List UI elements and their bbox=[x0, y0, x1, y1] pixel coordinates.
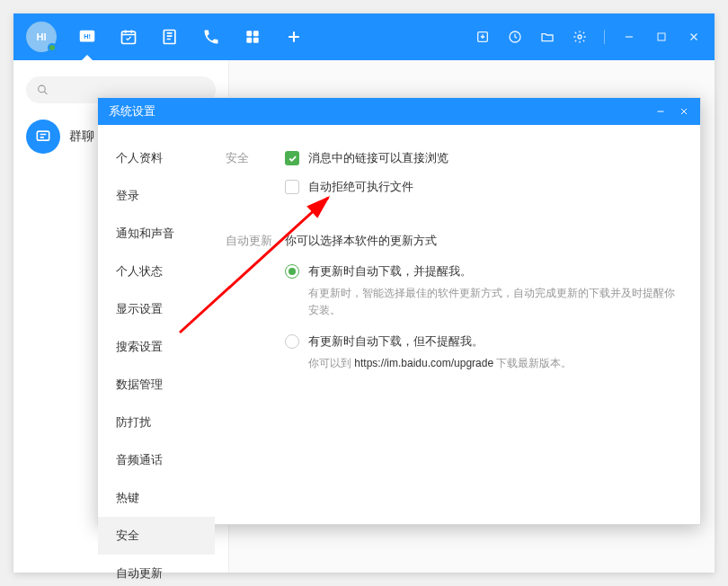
close-button[interactable] bbox=[686, 29, 702, 45]
dialog-title: 系统设置 bbox=[109, 103, 155, 120]
settings-nav-item[interactable]: 安全 bbox=[98, 517, 215, 555]
svg-rect-13 bbox=[37, 131, 49, 140]
svg-rect-11 bbox=[658, 33, 665, 40]
radio-desc: 你可以到 https://im.baidu.com/upgrade 下载最新版本… bbox=[308, 355, 675, 372]
settings-nav-item[interactable]: 登录 bbox=[98, 177, 215, 215]
settings-nav: 个人资料登录通知和声音个人状态显示设置搜索设置数据管理防打扰音频通话热键安全自动… bbox=[98, 125, 215, 524]
dialog-minimize-button[interactable] bbox=[655, 106, 666, 117]
check-row-browse-links: 消息中的链接可以直接浏览 bbox=[285, 150, 675, 166]
settings-content: 安全 消息中的链接可以直接浏览 自动拒绝可执行文件 自动更新 bbox=[215, 125, 700, 524]
settings-nav-item[interactable]: 热键 bbox=[98, 479, 215, 517]
check-row-reject-exe: 自动拒绝可执行文件 bbox=[285, 179, 675, 195]
radio-auto-remind[interactable] bbox=[285, 264, 299, 279]
autoupdate-section: 自动更新 你可以选择本软件的更新方式 有更新时自动下载，并提醒我。 有更新时，智… bbox=[226, 233, 675, 387]
titlebar: HI H! bbox=[13, 13, 715, 60]
svg-rect-7 bbox=[253, 38, 259, 43]
search-icon bbox=[37, 84, 49, 96]
check-label: 自动拒绝可执行文件 bbox=[308, 179, 413, 195]
settings-nav-item[interactable]: 通知和声音 bbox=[98, 215, 215, 253]
settings-nav-item[interactable]: 防打扰 bbox=[98, 404, 215, 441]
autoupdate-intro: 你可以选择本软件的更新方式 bbox=[285, 233, 675, 249]
nav-apps-icon[interactable] bbox=[242, 26, 263, 48]
minimize-button[interactable] bbox=[621, 29, 637, 45]
svg-rect-2 bbox=[122, 31, 136, 43]
download-icon[interactable] bbox=[475, 29, 491, 45]
settings-nav-item[interactable]: 音频通话 bbox=[98, 441, 215, 479]
radio-no-remind[interactable] bbox=[285, 334, 299, 349]
svg-point-12 bbox=[39, 85, 46, 93]
status-online-indicator bbox=[48, 43, 57, 52]
upgrade-link[interactable]: https://im.baidu.com/upgrade bbox=[354, 357, 493, 369]
settings-nav-item[interactable]: 个人资料 bbox=[98, 139, 215, 177]
titlebar-right bbox=[475, 29, 702, 45]
settings-nav-item[interactable]: 数据管理 bbox=[98, 366, 215, 404]
maximize-button[interactable] bbox=[653, 29, 670, 45]
divider bbox=[604, 30, 605, 44]
group-chat-icon bbox=[26, 120, 60, 154]
nav-contacts-icon[interactable] bbox=[159, 26, 181, 48]
radio-row-remind: 有更新时自动下载，并提醒我。 bbox=[285, 263, 675, 280]
checkbox-reject-exe[interactable] bbox=[285, 180, 299, 194]
checkbox-browse-links[interactable] bbox=[285, 151, 299, 165]
titlebar-left: HI H! bbox=[26, 22, 305, 52]
check-label: 消息中的链接可以直接浏览 bbox=[308, 150, 448, 166]
svg-text:H!: H! bbox=[84, 32, 91, 40]
settings-nav-item[interactable]: 个人状态 bbox=[98, 253, 215, 290]
radio-row-noremind: 有更新时自动下载，但不提醒我。 bbox=[285, 333, 675, 350]
settings-nav-item[interactable]: 搜索设置 bbox=[98, 328, 215, 366]
radio-label: 有更新时自动下载，并提醒我。 bbox=[308, 263, 472, 280]
svg-rect-6 bbox=[246, 38, 252, 43]
nav-add-icon[interactable] bbox=[283, 26, 305, 48]
svg-rect-4 bbox=[246, 31, 252, 36]
folder-icon[interactable] bbox=[539, 29, 555, 45]
radio-label: 有更新时自动下载，但不提醒我。 bbox=[308, 333, 484, 350]
settings-nav-item[interactable]: 自动更新 bbox=[98, 555, 215, 586]
settings-dialog: 系统设置 个人资料登录通知和声音个人状态显示设置搜索设置数据管理防打扰音频通话热… bbox=[97, 97, 701, 525]
avatar[interactable]: HI bbox=[26, 22, 57, 52]
dialog-body: 个人资料登录通知和声音个人状态显示设置搜索设置数据管理防打扰音频通话热键安全自动… bbox=[98, 125, 700, 524]
svg-point-10 bbox=[578, 35, 582, 39]
dialog-close-button[interactable] bbox=[679, 106, 689, 117]
security-section: 安全 消息中的链接可以直接浏览 自动拒绝可执行文件 bbox=[226, 150, 675, 208]
section-title-security: 安全 bbox=[226, 150, 285, 208]
svg-rect-5 bbox=[253, 31, 259, 36]
history-icon[interactable] bbox=[507, 29, 523, 45]
settings-nav-item[interactable]: 显示设置 bbox=[98, 290, 215, 328]
nav-calendar-icon[interactable] bbox=[118, 26, 139, 48]
settings-icon[interactable] bbox=[572, 29, 588, 45]
section-title-autoupdate: 自动更新 bbox=[226, 233, 285, 387]
nav-chat-icon[interactable]: H! bbox=[76, 26, 98, 48]
search-input[interactable] bbox=[49, 84, 205, 97]
contact-name: 群聊 bbox=[69, 129, 94, 145]
dialog-titlebar: 系统设置 bbox=[98, 98, 700, 125]
nav-call-icon[interactable] bbox=[200, 26, 222, 48]
radio-desc: 有更新时，智能选择最佳的软件更新方式，自动完成更新的下载并及时提醒你安装。 bbox=[308, 285, 675, 319]
